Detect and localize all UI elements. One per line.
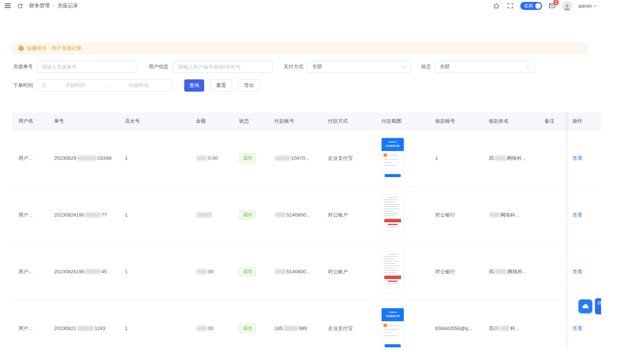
status-badge: 成功 [239,153,256,163]
export-button[interactable]: 导出 [238,79,260,92]
pay-method-label: 支付方式 [283,63,303,70]
redacted-text [275,156,290,161]
cell-username: 用户... [12,243,48,300]
recharge-no-input[interactable] [37,61,136,73]
column-header: 收款账号 [429,112,483,130]
redacted-text [197,269,207,274]
chevron-down-icon [526,64,529,68]
cell-status: 成功 [233,300,268,350]
pay-method-select[interactable]: 全部 [307,61,411,73]
cell-remark [538,130,566,187]
user-info-input[interactable] [173,61,273,73]
clock-icon [41,83,46,88]
filter-card: ! 温馨提示：用户充值记录 充值单号 用户信息 支付方式 全部 状态 全部 [5,37,596,99]
column-header: 流水号 [119,112,190,130]
cell-pay_account: 185989 [268,300,322,350]
cell-username: 用户... [12,130,48,187]
duty-status-toggle[interactable]: 在岗 [520,2,542,10]
refresh-icon[interactable] [16,2,24,10]
cell-amount: 00 [190,243,233,300]
redacted-text [77,326,94,331]
column-header: 付款方式 [322,112,375,130]
cell-recv_account: 对公银行 [429,187,483,243]
redacted-text [197,212,212,217]
status-select[interactable]: 全部 [435,61,534,73]
cell-amount [190,187,233,243]
payment-screenshot-thumbnail[interactable]: ¥14000.00 [382,138,404,179]
status-badge: 成功 [239,324,256,333]
redacted-text [495,156,506,161]
cell-remark [538,243,566,300]
records-table: 用户名单号流水号金额状态付款账号付款方式付款截图收款账号收款姓名备注操作用户..… [12,112,596,350]
payment-screenshot-thumbnail[interactable]: ¥16600.00 [382,308,404,349]
status-badge: 成功 [239,210,256,220]
cell-username: 用户... [12,300,48,350]
cell-pay_account: 5140800... [268,187,322,243]
tip-bar: ! 温馨提示：用户充值记录 [11,42,587,54]
cell-order_no: 2023082419077 [48,187,119,243]
cell-pay_method: 对公账户 [322,187,375,243]
breadcrumb-section[interactable]: 财务管理 [29,2,50,9]
cell-serial: 1 [119,300,190,350]
cell-screenshot [375,187,429,243]
app-window: 财务管理 / 充值记录 在岗 3 admi [0,0,601,350]
cell-serial: 1 [119,187,190,243]
redacted-text [77,156,97,161]
reset-button[interactable]: 重置 [210,79,232,92]
range-separator: – [104,83,110,89]
cell-action: 查看 [566,187,601,243]
payment-screenshot-thumbnail[interactable] [382,251,404,292]
view-link[interactable]: 查看 [572,325,582,332]
cloud-icon [581,302,590,311]
redacted-text [197,326,207,331]
cell-remark [538,300,566,350]
cell-order_no: 202308211193 [48,300,119,350]
cell-serial: 1 [119,130,190,187]
cell-pay_method: 企业支付宝 [322,300,375,350]
menu-collapse-icon[interactable] [5,3,11,8]
messages-icon[interactable]: 3 [548,2,556,10]
redacted-text [283,326,298,331]
top-bar: 财务管理 / 充值记录 在岗 3 admi [0,0,601,12]
screenshot-amount: ¥14000.00 [386,144,400,147]
cell-remark [538,187,566,243]
view-link[interactable]: 查看 [572,212,582,219]
toggle-knob [535,3,541,9]
column-header: 备注 [538,112,566,130]
warning-icon: ! [18,46,24,51]
column-header: 状态 [233,112,268,130]
tip-text: 温馨提示：用户充值记录 [27,45,82,52]
query-button[interactable]: 查询 [184,79,204,92]
chevron-down-icon [402,64,406,68]
payment-screenshot-thumbnail[interactable] [382,195,404,235]
fullscreen-icon[interactable] [506,2,514,10]
breadcrumb-separator: / [53,3,54,9]
column-header: 付款截图 [375,112,429,130]
cell-pay_account: 5140800... [268,243,322,300]
column-header: 操作 [566,112,601,130]
column-header: 金额 [190,112,233,130]
view-link[interactable]: 查看 [572,268,582,275]
start-time-placeholder: 开始时间 [46,82,104,89]
floating-tab[interactable]: 挂 [595,298,601,314]
merchant-icon [383,324,387,327]
redacted-text [495,269,507,274]
cell-recv_name: 网络科... [483,187,538,243]
cloud-button[interactable] [578,299,592,313]
view-link[interactable]: 查看 [572,155,582,162]
cell-action: 查看 [566,243,601,300]
cell-status: 成功 [233,187,268,243]
pay-method-value: 全部 [312,63,322,70]
home-icon[interactable] [493,2,500,10]
cell-recv_account: 838443558@q... [429,300,483,350]
breadcrumb-page: 充值记录 [57,2,78,9]
redacted-text [85,212,101,217]
floating-widget: 挂 [578,298,601,314]
avatar[interactable] [562,1,572,11]
cell-recv_account: 对公银行 [429,243,483,300]
table-card: 用户名单号流水号金额状态付款账号付款方式付款截图收款账号收款姓名备注操作用户..… [5,107,596,350]
message-count-badge: 3 [553,0,559,5]
date-range-picker[interactable]: 开始时间 – 结束时间 [37,79,172,92]
redacted-text [197,156,207,161]
user-menu[interactable]: admin [578,3,596,9]
